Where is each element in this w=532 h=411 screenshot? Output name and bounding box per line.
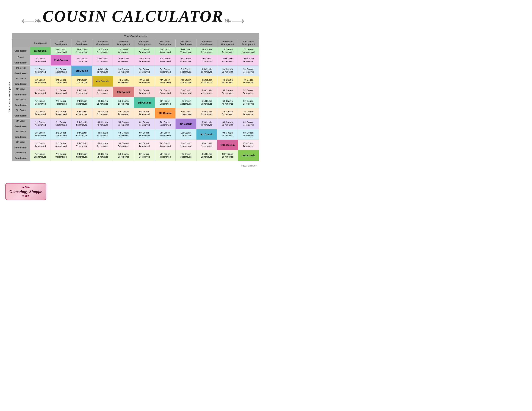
table-row: 4th Great-Grandparent1st Cousin4x remove… xyxy=(12,87,259,97)
row-header-10: 10th Great-Grandparent xyxy=(12,150,30,161)
table-cell: 5th Cousin3x removed xyxy=(113,118,134,129)
table-cell: 4th Cousin4x removed xyxy=(92,118,113,129)
table-row: Great-Grandparent1st Cousin1x removed2nd… xyxy=(12,55,259,65)
table-cell: 5th Cousin5x removed xyxy=(217,87,238,97)
table-cell: 4th Cousin6x removed xyxy=(92,140,113,150)
table-cell: 2nd Cousin3x removed xyxy=(51,87,71,97)
table-cell: 6th Cousin3x removed xyxy=(134,129,155,140)
table-cell: 4th Cousin5x removed xyxy=(92,129,113,140)
row-header-0: Grandparent xyxy=(12,47,30,55)
table-cell: 1st Cousin7x removed xyxy=(30,118,50,129)
table-row: 10th Great-Grandparent1st Cousin10x remo… xyxy=(12,150,259,161)
col-header-0: Grandparent xyxy=(30,39,50,47)
table-cell: 7th Cousin4x removed xyxy=(238,108,259,119)
table-cell: 8th Cousin1x removed xyxy=(196,118,217,129)
table-cell: 3rd Cousin1x removed xyxy=(71,76,92,87)
table-cell: 10th Cousin xyxy=(217,140,238,150)
table-cell: 3rd Cousin4x removed xyxy=(155,65,175,76)
main-content: Your Cousin's Grandparents Your Grandpar… xyxy=(7,33,259,161)
table-row: 7th Great-Grandparent1st Cousin7x remove… xyxy=(12,118,259,129)
row-header-8: 8th Great-Grandparent xyxy=(12,129,30,140)
table-cell: 4th Cousin3x removed xyxy=(155,76,175,87)
table-row: 6th Great-Grandparent1st Cousin6x remove… xyxy=(12,108,259,119)
table-cell: 2nd Cousin4x removed xyxy=(51,97,71,108)
table-cell: 5th Cousin2x removed xyxy=(155,87,175,97)
table-row: 3rd Great-Grandparent1st Cousin3x remove… xyxy=(12,76,259,87)
table-cell: 4th Cousin xyxy=(92,76,113,87)
table-row: 8th Great-Grandparent1st Cousin8x remove… xyxy=(12,129,259,140)
table-cell: 5th Cousin4x removed xyxy=(113,129,134,140)
table-cell: 3rd Cousin4x removed xyxy=(71,108,92,119)
table-cell: 1st Cousin1x removed xyxy=(30,55,50,65)
table-cell: 9th Cousin2x removed xyxy=(238,129,259,140)
table-cell: 1st Cousin5x removed xyxy=(30,97,50,108)
table-cell: 6th Cousin2x removed xyxy=(176,97,196,108)
table-cell: 3rd Cousin8x removed xyxy=(71,150,92,161)
title-area: ⟵❧ Cousin Calculator ❧⟶ xyxy=(4,4,262,31)
table-cell: 6th Cousin5x removed xyxy=(134,150,155,161)
table-cell: 8th Cousin2x removed xyxy=(176,140,196,150)
table-cell: 3rd Cousin5x removed xyxy=(176,65,196,76)
table-cell: 3rd Cousin8x removed xyxy=(238,65,259,76)
table-cell: 8th Cousin2x removed xyxy=(217,118,238,129)
logo-box: ❧✿❧ Genealogy Shoppe ❧✿❧ xyxy=(5,183,46,200)
table-cell: 2nd Cousin xyxy=(51,55,71,65)
table-cell: 5th Cousin5x removed xyxy=(113,140,134,150)
page-title: Cousin Calculator xyxy=(43,8,223,25)
table-row: 9th Great-Grandparent1st Cousin9x remove… xyxy=(12,140,259,150)
side-label: Your Cousin's Grandparents xyxy=(7,33,12,161)
row-header-1: Great-Grandparent xyxy=(12,55,30,65)
row-header-2: 2nd Great-Grandparent xyxy=(12,65,30,76)
table-cell: 1st Cousin xyxy=(30,47,50,55)
copyright: ©2023 Erin Klein xyxy=(4,163,262,169)
table-cell: 2nd Cousin2x removed xyxy=(92,55,113,65)
col-header-7: 7th Great-Grandparent xyxy=(176,39,196,47)
table-cell: 8th Cousin xyxy=(176,118,196,129)
table-cell: 1st Cousin5x removed xyxy=(134,47,155,55)
table-row: Grandparent1st Cousin1st Cousin1x remove… xyxy=(12,47,259,55)
table-cell: 7th Cousin1x removed xyxy=(176,108,196,119)
table-cell: 1st Cousin4x removed xyxy=(30,87,50,97)
table-cell: 1st Cousin10x removed xyxy=(30,150,50,161)
table-cell: 9th Cousin1x removed xyxy=(217,129,238,140)
table-cell: 2nd Cousin5x removed xyxy=(51,108,71,119)
table-cell: 2nd Cousin1x removed xyxy=(71,55,92,65)
table-cell: 3rd Cousin3x removed xyxy=(134,65,155,76)
col-header-6: 6th Great-Grandparent xyxy=(155,39,175,47)
logo-deco-bottom: ❧✿❧ xyxy=(10,194,42,198)
table-cell: 2nd Cousin4x removed xyxy=(134,55,155,65)
row-header-5: 5th Great-Grandparent xyxy=(12,97,30,108)
table-cell: 5th Cousin6x removed xyxy=(238,87,259,97)
table-cell: 6th Cousin2x removed xyxy=(134,118,155,129)
table-cell: 2nd Cousin6x removed xyxy=(176,55,196,65)
col-header-8: 8th Great-Grandparent xyxy=(196,39,217,47)
table-cell: 1st Cousin6x removed xyxy=(155,47,175,55)
table-row: 5th Great-Grandparent1st Cousin5x remove… xyxy=(12,97,259,108)
table-cell: 7th Cousin3x removed xyxy=(155,140,175,150)
row-header-4: 4th Great-Grandparent xyxy=(12,87,30,97)
col-header-5: 5th Great-Grandparent xyxy=(134,39,155,47)
col-header-2: 2nd Great-Grandparent xyxy=(71,39,92,47)
table-cell: 2nd Cousin3x removed xyxy=(113,55,134,65)
table-cell: 7th Cousin xyxy=(155,108,175,119)
table-cell: 2nd Cousin2x removed xyxy=(51,76,71,87)
table-cell: 2nd Cousin7x removed xyxy=(196,55,217,65)
table-cell: 2nd Cousin9x removed xyxy=(51,150,71,161)
table-cell: 5th Cousin3x removed xyxy=(176,87,196,97)
table-cell: 1st Cousin9x removed xyxy=(30,140,50,150)
table-cell: 1st Cousin10x removed xyxy=(238,47,259,55)
logo-deco-top: ❧✿❧ xyxy=(10,185,42,189)
col-header-9: 9th Great-Grandparent xyxy=(217,39,238,47)
table-cell: 6th Cousin4x removed xyxy=(134,140,155,150)
table-cell: 3rd Cousin7x removed xyxy=(217,65,238,76)
title-deco-left: ⟵❧ xyxy=(22,16,42,26)
table-cell: 1st Cousin4x removed xyxy=(113,47,134,55)
table-cell: 2nd Cousin8x removed xyxy=(217,55,238,65)
row-header-9: 9th Great-Grandparent xyxy=(12,140,30,150)
table-cell: 2nd Cousin9x removed xyxy=(238,55,259,65)
corner-cell xyxy=(12,39,30,47)
row-header-6: 6th Great-Grandparent xyxy=(12,108,30,119)
table-cell: 6th Cousin1x removed xyxy=(134,108,155,119)
table-cell: 7th Cousin4x removed xyxy=(155,150,175,161)
table-cell: 4th Cousin5x removed xyxy=(196,76,217,87)
